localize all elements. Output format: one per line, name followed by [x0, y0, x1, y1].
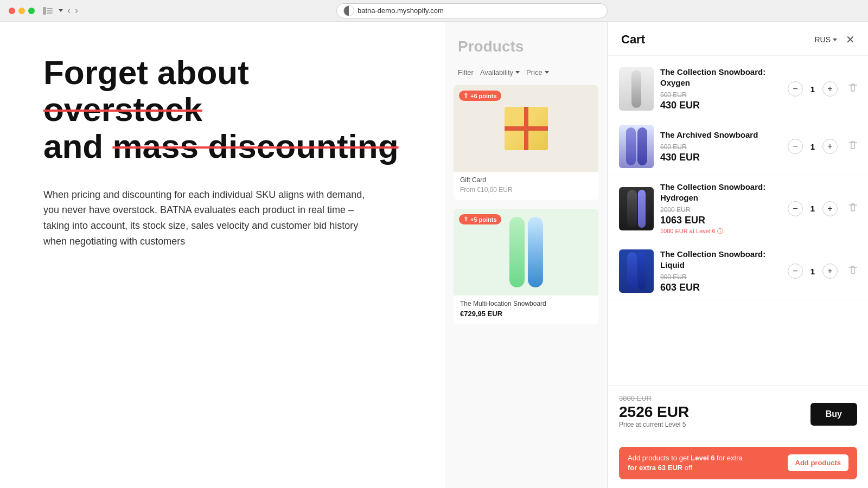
- qty-decrease-oxygen[interactable]: −: [788, 81, 803, 97]
- qty-increase-liquid[interactable]: +: [822, 264, 838, 279]
- browser-chrome: ‹ › batna-demo.myshopify.com: [0, 0, 868, 22]
- qty-increase-archived[interactable]: +: [822, 139, 838, 154]
- cart-level-text: Price at current Level 5: [619, 421, 689, 428]
- headline-strikethrough1: overstock: [43, 91, 202, 128]
- delete-item-archived[interactable]: [848, 140, 857, 152]
- products-panel: Products Filter Availability Price ⇧ +6 …: [445, 22, 608, 488]
- snowboard-graphic: [509, 217, 543, 287]
- cart-item-image-liquid: [619, 249, 654, 293]
- cart-item-price-hydrogen: 1063 EUR: [660, 215, 781, 226]
- cart-item-details-hydrogen: The Collection Snowboard: Hydrogen 2000 …: [660, 182, 781, 235]
- dot-red[interactable]: [9, 8, 15, 14]
- product-card-gift[interactable]: ⇧ +6 points Gift Card From €10,00 EUR: [454, 85, 598, 200]
- cart-title: Cart: [621, 33, 645, 47]
- cart-total-price: 2526 EUR: [619, 403, 689, 421]
- svg-rect-3: [47, 12, 53, 14]
- dot-yellow[interactable]: [18, 8, 25, 14]
- language-selector[interactable]: RUS: [814, 35, 837, 44]
- dot-green[interactable]: [28, 8, 35, 14]
- filter-label[interactable]: Filter: [458, 68, 474, 76]
- cart-item-details-archived: The Archived Snowboard 600 EUR 430 EUR: [660, 130, 781, 164]
- content-area: Forget about overstock and mass discount…: [0, 22, 445, 488]
- cart-header: Cart RUS ✕: [608, 22, 868, 56]
- cart-panel: Cart RUS ✕ The Collection Snowboard: Oxy…: [608, 22, 868, 488]
- body-text: When pricing and discounting for each in…: [43, 187, 380, 249]
- product-card-snowboard[interactable]: ⇧ +5 points The Multi-location Snowboard…: [454, 209, 598, 324]
- cart-item-details-liquid: The Collection Snowboard: Liquid 900 EUR…: [660, 249, 781, 293]
- snowboard-graphic-liquid: [627, 252, 646, 290]
- cart-item-original-price-hydrogen: 2000 EUR: [660, 206, 781, 214]
- cart-item-controls-oxygen: − 1 +: [788, 81, 838, 97]
- qty-value-liquid: 1: [807, 267, 818, 276]
- cart-total-left: 3800 EUR 2526 EUR Price at current Level…: [619, 394, 689, 435]
- cart-total-row: 3800 EUR 2526 EUR Price at current Level…: [619, 394, 857, 435]
- add-products-button[interactable]: Add products: [788, 454, 849, 471]
- sidebar-toggle-icon[interactable]: [41, 4, 54, 17]
- cart-item-controls-archived: − 1 +: [788, 139, 838, 154]
- snowboard-pattern: [528, 217, 543, 287]
- language-label: RUS: [814, 35, 831, 44]
- browser-dots: [9, 8, 35, 14]
- security-icon: [343, 5, 354, 16]
- promo-text-pre: Add products to get: [628, 454, 691, 462]
- cart-item-price-liquid: 603 EUR: [660, 282, 781, 293]
- price-chevron: [545, 71, 549, 74]
- product-info-gift: Gift Card From €10,00 EUR: [454, 172, 598, 200]
- cart-header-right: RUS ✕: [814, 34, 855, 45]
- delete-item-hydrogen[interactable]: [848, 203, 857, 215]
- cart-item-name-oxygen: The Collection Snowboard: Oxygen: [660, 67, 781, 88]
- promo-text-post: for extra: [714, 454, 742, 462]
- qty-decrease-archived[interactable]: −: [788, 139, 803, 154]
- url-text: batna-demo.myshopify.com: [358, 7, 444, 15]
- product-price-gift: From €10,00 EUR: [460, 186, 592, 194]
- cart-item-price-oxygen: 430 EUR: [660, 100, 781, 111]
- cart-item-name-hydrogen: The Collection Snowboard: Hydrogen: [660, 182, 781, 203]
- cart-item-original-price-liquid: 900 EUR: [660, 273, 781, 281]
- snowboard-graphic-oxygen: [631, 70, 641, 108]
- cart-item: The Collection Snowboard: Oxygen 500 EUR…: [608, 60, 868, 118]
- qty-decrease-liquid[interactable]: −: [788, 264, 803, 279]
- svg-rect-0: [43, 7, 46, 15]
- back-icon[interactable]: ‹: [67, 5, 71, 16]
- points-badge-gift: ⇧ +6 points: [459, 91, 501, 101]
- headline: Forget about overstock and mass discount…: [43, 54, 401, 165]
- headline-strikethrough2: mass discounting: [112, 127, 398, 165]
- headline-part1: Forget about: [43, 54, 249, 91]
- promo-text: Add products to get Level 6 for extra fo…: [628, 453, 743, 473]
- product-name-gift: Gift Card: [460, 176, 592, 184]
- points-badge-snowboard: ⇧ +5 points: [459, 214, 501, 224]
- product-name-snowboard: The Multi-location Snowboard: [460, 300, 592, 307]
- qty-value-oxygen: 1: [807, 85, 818, 94]
- products-title: Products: [445, 22, 607, 64]
- cart-item-price-archived: 430 EUR: [660, 152, 781, 163]
- availability-filter[interactable]: Availability: [480, 68, 520, 76]
- browser-nav-icons: ‹ ›: [41, 4, 78, 17]
- cart-item: The Collection Snowboard: Hydrogen 2000 …: [608, 175, 868, 242]
- cart-item: The Collection Snowboard: Liquid 900 EUR…: [608, 242, 868, 300]
- product-info-snowboard: The Multi-location Snowboard €729,95 EUR: [454, 296, 598, 324]
- price-filter[interactable]: Price: [526, 68, 549, 76]
- cart-item-discount-note-hydrogen: 1000 EUR at Level 6 ⓘ: [660, 227, 781, 235]
- delete-item-liquid[interactable]: [848, 265, 857, 277]
- headline-part2: and: [43, 127, 112, 165]
- dropdown-icon[interactable]: [59, 9, 63, 12]
- svg-rect-2: [47, 10, 53, 11]
- cart-items-list: The Collection Snowboard: Oxygen 500 EUR…: [608, 56, 868, 385]
- qty-decrease-hydrogen[interactable]: −: [788, 201, 803, 216]
- svg-rect-1: [47, 8, 53, 9]
- cart-item-image-hydrogen: [619, 187, 654, 230]
- cart-item-image-archived: [619, 125, 654, 168]
- availability-chevron: [515, 71, 520, 74]
- qty-increase-hydrogen[interactable]: +: [822, 201, 838, 216]
- qty-value-hydrogen: 1: [807, 204, 818, 213]
- qty-increase-oxygen[interactable]: +: [822, 81, 838, 97]
- cart-total-original: 3800 EUR: [619, 394, 689, 402]
- buy-button[interactable]: Buy: [810, 403, 857, 426]
- forward-icon[interactable]: ›: [75, 5, 78, 16]
- cart-item-name-archived: The Archived Snowboard: [660, 130, 781, 140]
- delete-item-oxygen[interactable]: [848, 83, 857, 95]
- snowboard-green-1: [509, 217, 525, 287]
- close-button[interactable]: ✕: [846, 34, 855, 45]
- url-bar[interactable]: batna-demo.myshopify.com: [336, 3, 608, 18]
- cart-item-name-liquid: The Collection Snowboard: Liquid: [660, 249, 781, 270]
